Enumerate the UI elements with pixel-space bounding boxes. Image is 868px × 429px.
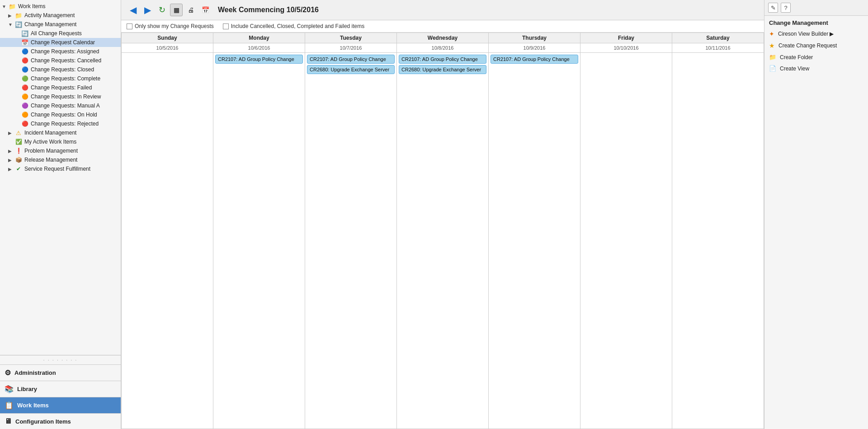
cr-icon: 🟢 <box>21 75 29 82</box>
print-button[interactable]: 🖨 <box>184 4 197 16</box>
sidebar-label: Work Items <box>18 3 45 9</box>
administration-icon: ⚙ <box>5 368 11 377</box>
action-create-view[interactable]: 📄 Create View <box>764 63 868 74</box>
cr-icon: 🟣 <box>21 102 29 109</box>
event-cr2107-tuesday[interactable]: CR2107: AD Group Policy Change <box>307 55 395 64</box>
problem-icon: ❗ <box>14 147 23 154</box>
day-view-icon: ▦ <box>174 6 179 14</box>
event-cr2680-wednesday[interactable]: CR2680: Upgrade Exchange Server <box>399 65 486 74</box>
day-view-button[interactable]: ▦ <box>170 4 183 16</box>
nav-item-configuration-items[interactable]: 🖥 Configuration Items <box>0 413 121 429</box>
nav-item-library[interactable]: 📚 Library <box>0 381 121 397</box>
right-panel: ✎ ? Change Management ✦ Cireson View Bui… <box>764 0 868 429</box>
cell-saturday <box>672 53 764 429</box>
date-saturday: 10/11/2016 <box>672 43 764 53</box>
action-create-folder[interactable]: 📁 Create Folder <box>764 51 868 63</box>
calendar-icon: 📅 <box>21 39 29 46</box>
panel-edit-button[interactable]: ✎ <box>768 3 778 13</box>
cell-tuesday: CR2107: AD Group Policy Change CR2680: U… <box>305 53 397 429</box>
print-icon: 🖨 <box>188 6 194 14</box>
forward-icon: ▶ <box>144 5 151 15</box>
sidebar-item-incident-management[interactable]: ▶ ⚠ Incident Management <box>0 128 121 137</box>
sidebar-item-activity-management[interactable]: ▶ 📁 Activity Management <box>0 11 121 20</box>
week-view-button[interactable]: 📅 <box>199 4 212 16</box>
sidebar-item-service-request[interactable]: ▶ ✔ Service Request Fulfillment <box>0 164 121 173</box>
cr-icon: 🔵 <box>21 48 29 55</box>
checkbox-include-cancelled[interactable] <box>223 23 229 29</box>
sidebar-item-cr-failed[interactable]: 🔴 Change Requests: Failed <box>0 83 121 92</box>
cr-icon: 🔴 <box>21 84 29 91</box>
create-view-icon: 📄 <box>769 65 776 72</box>
action-label: Cireson View Builder ▶ <box>778 31 834 37</box>
arrow-icon: ▶ <box>8 131 14 135</box>
event-cr2107-wednesday[interactable]: CR2107: AD Group Policy Change <box>399 55 486 64</box>
release-icon: 📦 <box>14 156 23 163</box>
sidebar-item-my-active-work-items[interactable]: ✅ My Active Work Items <box>0 137 121 146</box>
date-tuesday: 10/7/2016 <box>305 43 397 53</box>
sidebar-item-change-management[interactable]: ▼ 🔄 Change Management <box>0 20 121 29</box>
panel-action-icons: ✎ ? <box>768 3 791 13</box>
col-header-tuesday: Tuesday <box>305 33 397 43</box>
main-content: ◀ ▶ ↻ ▦ 🖨 📅 Week Commencing 10/5/2016 On… <box>121 0 764 429</box>
cr-icon: 🟠 <box>21 93 29 100</box>
mywork-icon: ✅ <box>14 138 23 145</box>
sidebar-label: Change Requests: In Review <box>31 93 101 100</box>
checkbox-my-cr[interactable] <box>127 23 132 29</box>
cr-icon: 🔴 <box>21 120 29 127</box>
sidebar-label: Activity Management <box>24 12 75 19</box>
arrow-icon: ▶ <box>8 167 14 172</box>
sidebar-item-release-management[interactable]: ▶ 📦 Release Management <box>0 155 121 164</box>
filter-my-cr-label: Only show my Change Requests <box>135 23 214 29</box>
sidebar-item-cr-assigned[interactable]: 🔵 Change Requests: Assigned <box>0 47 121 56</box>
sidebar-item-change-request-calendar[interactable]: 📅 Change Request Calendar <box>0 38 121 47</box>
cr-icon: 🔵 <box>21 66 29 73</box>
sidebar-item-all-change-requests[interactable]: 🔄 All Change Requests <box>0 29 121 38</box>
forward-button[interactable]: ▶ <box>141 4 154 16</box>
change-management-icon: 🔄 <box>14 21 23 28</box>
nav-label: Administration <box>14 369 56 376</box>
filter-bar: Only show my Change Requests Include Can… <box>121 20 764 33</box>
action-label: Create View <box>780 65 809 72</box>
action-cireson-view-builder[interactable]: ✦ Cireson View Builder ▶ <box>764 28 868 40</box>
sidebar-item-cr-cancelled[interactable]: 🔴 Change Requests: Cancelled <box>0 56 121 65</box>
date-sunday: 10/5/2016 <box>122 43 213 53</box>
nav-item-work-items[interactable]: 📋 Work Items <box>0 397 121 413</box>
back-icon: ◀ <box>130 5 137 15</box>
col-header-saturday: Saturday <box>672 33 764 43</box>
arrow-icon: ▶ <box>8 149 14 154</box>
incident-icon: ⚠ <box>14 129 23 136</box>
nav-label: Work Items <box>17 402 49 409</box>
sidebar-item-cr-manual-a[interactable]: 🟣 Change Requests: Manual A <box>0 101 121 110</box>
arrow-icon: ▼ <box>8 22 14 27</box>
nav-item-administration[interactable]: ⚙ Administration <box>0 364 121 381</box>
sidebar-label: Change Request Calendar <box>31 39 95 46</box>
event-cr2680-tuesday[interactable]: CR2680: Upgrade Exchange Server <box>307 65 395 74</box>
sidebar-item-cr-rejected[interactable]: 🔴 Change Requests: Rejected <box>0 119 121 128</box>
sidebar-item-cr-closed[interactable]: 🔵 Change Requests: Closed <box>0 65 121 74</box>
sidebar-item-work-items-root[interactable]: ▼ 📁 Work Items <box>0 2 121 11</box>
bottom-nav: · · · · · · · · ⚙ Administration 📚 Libra… <box>0 355 121 429</box>
col-header-thursday: Thursday <box>489 33 580 43</box>
sidebar-label: Change Requests: Failed <box>31 84 92 91</box>
right-panel-title: Change Management <box>764 16 868 28</box>
week-view-icon: 📅 <box>202 6 209 14</box>
filter-my-cr[interactable]: Only show my Change Requests <box>127 23 214 29</box>
event-cr2107-thursday[interactable]: CR2107: AD Group Policy Change <box>491 55 578 64</box>
filter-include-cancelled[interactable]: Include Cancelled, Closed, Completed and… <box>223 23 365 29</box>
sidebar-item-cr-in-review[interactable]: 🟠 Change Requests: In Review <box>0 92 121 101</box>
cell-thursday: CR2107: AD Group Policy Change <box>489 53 580 429</box>
calendar-container: Sunday Monday Tuesday Wednesday Thursday… <box>121 33 764 429</box>
sidebar-label: Change Requests: Cancelled <box>31 57 101 64</box>
sidebar-item-cr-on-hold[interactable]: 🟠 Change Requests: On Hold <box>0 110 121 119</box>
sidebar-label: Problem Management <box>24 148 78 154</box>
sidebar-item-cr-complete[interactable]: 🟢 Change Requests: Complete <box>0 74 121 83</box>
date-wednesday: 10/8/2016 <box>397 43 489 53</box>
refresh-button[interactable]: ↻ <box>156 4 168 16</box>
date-friday: 10/10/2016 <box>580 43 672 53</box>
action-label: Create Change Request <box>778 42 837 49</box>
event-cr2107-monday[interactable]: CR2107: AD Group Policy Change <box>215 55 303 64</box>
sidebar-item-problem-management[interactable]: ▶ ❗ Problem Management <box>0 146 121 155</box>
panel-help-button[interactable]: ? <box>781 3 791 13</box>
action-create-change-request[interactable]: ★ Create Change Request <box>764 40 868 51</box>
back-button[interactable]: ◀ <box>127 4 139 16</box>
